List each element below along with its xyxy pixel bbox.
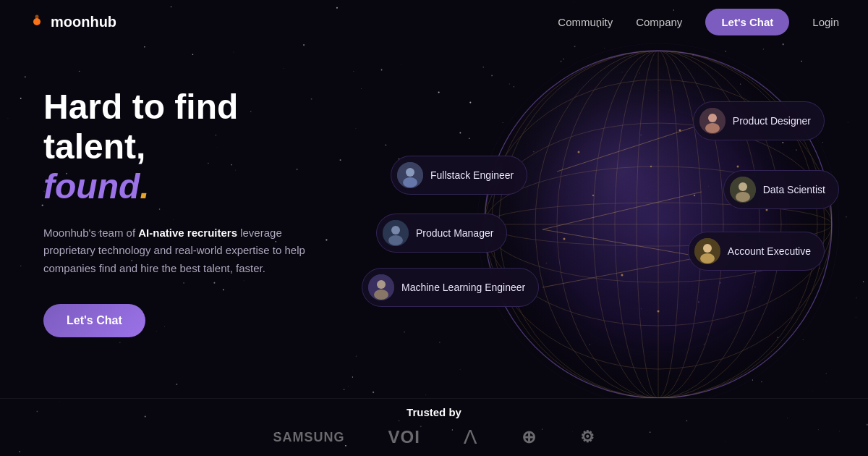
logo-text: moonhub (51, 14, 116, 30)
nav-links: Community Company Let's Chat Login (558, 9, 839, 35)
card-fullstack-label: Fullstack Engineer (430, 169, 514, 181)
card-account-exec-label: Account Executive (728, 245, 811, 257)
hero-right: Fullstack Engineer Product Manager Machi… (347, 43, 868, 398)
hero-title-line1: Hard to find talent, (43, 88, 238, 166)
avatar-fullstack (397, 162, 423, 188)
hero-desc-bold: AI-native recruiters (138, 227, 237, 239)
trusted-label: Trusted by (407, 406, 461, 418)
svg-point-49 (739, 182, 747, 191)
card-data-scientist-label: Data Scientist (763, 184, 825, 195)
nav-community[interactable]: Community (558, 16, 613, 28)
svg-point-43 (377, 280, 386, 289)
card-product-manager: Product Manager (376, 214, 507, 253)
svg-point-37 (406, 168, 414, 177)
svg-point-53 (700, 253, 715, 263)
svg-point-40 (391, 226, 400, 235)
avatar-product-designer (699, 108, 726, 134)
trusted-logo-circle: ⊕ (522, 427, 537, 447)
card-product-designer-label: Product Designer (733, 115, 811, 127)
trusted-logo-gear: ⚙ (580, 428, 595, 447)
nav-login[interactable]: Login (812, 16, 839, 28)
svg-point-38 (403, 177, 417, 187)
card-ml-label: Machine Learning Engineer (401, 282, 525, 293)
svg-point-0 (33, 18, 41, 25)
svg-point-47 (705, 123, 720, 133)
hero-cta-button[interactable]: Let's Chat (43, 304, 145, 337)
logo-icon (29, 14, 45, 30)
card-ml-engineer: Machine Learning Engineer (362, 268, 539, 307)
hero-found-purple: found (43, 167, 140, 206)
trusted-logo-samsung: SAMSUNG (273, 430, 344, 445)
avatar-product-manager (383, 220, 409, 246)
hero-description: Moonhub's team of AI-native recruiters l… (43, 224, 318, 278)
card-fullstack: Fullstack Engineer (391, 156, 527, 195)
svg-point-1 (35, 15, 39, 19)
avatar-account-exec (694, 238, 720, 264)
logo[interactable]: moonhub (29, 14, 116, 30)
nav-cta-button[interactable]: Let's Chat (705, 9, 789, 35)
card-product-designer: Product Designer (693, 101, 825, 140)
hero-title: Hard to find talent, found. (43, 87, 347, 207)
hero-found-dot: . (140, 167, 149, 206)
trusted-logo-lambda: λ (464, 426, 478, 449)
trusted-logo-voi: VOI (388, 427, 420, 447)
card-product-manager-label: Product Manager (416, 227, 493, 239)
nav-company[interactable]: Company (636, 16, 682, 28)
svg-point-41 (388, 235, 403, 245)
navbar: moonhub Community Company Let's Chat Log… (0, 0, 868, 43)
trusted-section: Trusted by SAMSUNG VOI λ ⊕ ⚙ (0, 398, 868, 456)
card-data-scientist: Data Scientist (723, 170, 839, 209)
trusted-logos: SAMSUNG VOI λ ⊕ ⚙ (273, 426, 595, 449)
hero-section: Hard to find talent, found. Moonhub's te… (0, 43, 868, 398)
hero-desc-plain1: Moonhub's team of (43, 227, 138, 239)
hero-title-found: found. (43, 167, 150, 206)
hero-left: Hard to find talent, found. Moonhub's te… (0, 43, 347, 398)
svg-point-46 (708, 114, 717, 122)
job-cards: Fullstack Engineer Product Manager Machi… (347, 43, 868, 398)
svg-point-50 (736, 192, 750, 202)
card-account-exec: Account Executive (688, 232, 825, 271)
svg-point-52 (703, 244, 712, 253)
svg-point-44 (374, 290, 388, 300)
avatar-ml (368, 274, 394, 300)
avatar-data-scientist (730, 177, 756, 203)
